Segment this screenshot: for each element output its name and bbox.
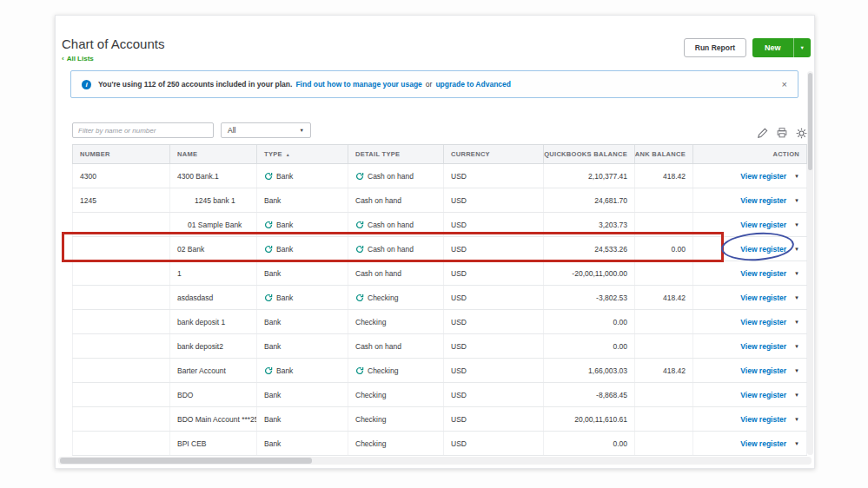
table-row[interactable]: asdasdasdBankCheckingUSD-3,802.53418.42V…	[72, 286, 807, 310]
view-register-link[interactable]: View register	[740, 391, 786, 399]
all-lists-link[interactable]: ‹ All Lists	[62, 55, 94, 63]
plan-usage-banner: i You're using 112 of 250 accounts inclu…	[70, 70, 798, 98]
cell-number	[72, 432, 170, 455]
linked-account-icon	[264, 245, 273, 254]
table-row[interactable]: BDOBankCheckingUSD-8,868.45View register…	[72, 383, 807, 407]
column-header-name[interactable]: NAME	[170, 145, 257, 163]
view-register-link[interactable]: View register	[740, 415, 786, 424]
vertical-scrollbar[interactable]	[807, 71, 813, 455]
table-row[interactable]: 01 Sample BankBankCash on handUSD3,203.7…	[72, 213, 807, 237]
column-header-quickbooks-balance[interactable]: QUICKBOOKS BALANCE	[544, 145, 635, 163]
cell-detail-type: Cash on hand	[348, 188, 444, 212]
column-header-type[interactable]: TYPE ▲	[257, 145, 348, 163]
chevron-down-icon[interactable]: ▼	[794, 174, 799, 179]
view-register-link[interactable]: View register	[740, 196, 786, 205]
view-register-link[interactable]: View register	[740, 342, 786, 351]
cell-number	[72, 237, 170, 260]
view-register-link[interactable]: View register	[740, 366, 786, 375]
table-row[interactable]: 43004300 Bank.1BankCash on handUSD2,10,3…	[72, 164, 807, 188]
column-header-currency[interactable]: CURRENCY	[444, 145, 544, 163]
table-row[interactable]: BPI CEBBankCheckingUSD0.00View register▼	[72, 432, 807, 456]
cell-type: Bank	[257, 188, 348, 212]
cell-type: Bank	[257, 213, 348, 236]
cell-detail-type: Cash on hand	[348, 261, 444, 285]
new-button[interactable]: New ▼	[752, 38, 811, 57]
chevron-down-icon[interactable]: ▼	[794, 441, 799, 446]
cell-action: View register▼	[693, 432, 807, 455]
table-row[interactable]: 12451245 bank 1BankCash on handUSD24,681…	[72, 188, 807, 213]
cell-action: View register▼	[693, 261, 807, 285]
table-row[interactable]: bank deposit2BankCash on handUSD0.00View…	[72, 334, 807, 359]
chevron-down-icon[interactable]: ▼	[794, 198, 799, 203]
table-row[interactable]: 02 BankBankCash on handUSD24,533.260.00V…	[72, 237, 807, 261]
chevron-down-icon: ▼	[300, 128, 304, 133]
view-register-link[interactable]: View register	[740, 172, 786, 181]
chevron-down-icon[interactable]: ▼	[794, 320, 799, 325]
table-row[interactable]: BDO Main Account ***2536BankCheckingUSD2…	[72, 407, 807, 432]
chevron-down-icon[interactable]: ▼	[794, 247, 799, 252]
type-filter-dropdown[interactable]: All ▼	[221, 122, 311, 138]
cell-currency: USD	[444, 407, 544, 431]
horizontal-scrollbar[interactable]	[58, 457, 812, 465]
cell-bank-balance: 418.42	[635, 164, 693, 188]
view-register-link[interactable]: View register	[740, 293, 786, 302]
close-icon[interactable]: ×	[782, 80, 787, 89]
view-register-link[interactable]: View register	[740, 269, 786, 278]
cell-name: bank deposit2	[170, 334, 257, 358]
cell-bank-balance	[635, 213, 693, 236]
cell-name: bank deposit 1	[170, 310, 257, 333]
cell-quickbooks-balance: 2,10,377.41	[544, 164, 635, 188]
table-row[interactable]: bank deposit 1BankCheckingUSD0.00View re…	[72, 310, 807, 334]
vertical-scrollbar-thumb[interactable]	[808, 73, 812, 170]
cell-quickbooks-balance: 20,00,11,610.61	[544, 407, 635, 431]
linked-account-icon	[264, 366, 273, 375]
cell-detail-type: Cash on hand	[348, 334, 444, 358]
chevron-down-icon[interactable]: ▼	[794, 295, 799, 300]
cell-action: View register▼	[693, 164, 807, 188]
chevron-down-icon[interactable]: ▼	[793, 38, 811, 57]
horizontal-scrollbar-thumb[interactable]	[60, 458, 312, 464]
gear-icon[interactable]	[796, 128, 807, 139]
cell-name: Barter Account	[170, 359, 257, 382]
cell-name: BDO	[170, 383, 257, 406]
chevron-down-icon[interactable]: ▼	[794, 417, 799, 422]
cell-detail-type: Checking	[348, 310, 444, 333]
cell-action: View register▼	[693, 310, 807, 333]
sort-ascending-icon: ▲	[286, 152, 290, 157]
cell-action: View register▼	[693, 213, 807, 236]
view-register-link[interactable]: View register	[740, 318, 786, 326]
chevron-down-icon[interactable]: ▼	[794, 222, 799, 228]
view-register-link[interactable]: View register	[740, 221, 786, 229]
column-header-detail-type[interactable]: DETAIL TYPE	[348, 145, 444, 163]
chevron-down-icon[interactable]: ▼	[794, 271, 799, 276]
chevron-down-icon[interactable]: ▼	[794, 392, 799, 398]
linked-account-icon	[264, 221, 273, 229]
cell-action: View register▼	[693, 359, 807, 382]
table-row[interactable]: Barter AccountBankCheckingUSD1,66,003.03…	[72, 359, 807, 383]
upgrade-advanced-link[interactable]: upgrade to Advanced	[435, 80, 511, 89]
view-register-link[interactable]: View register	[740, 439, 786, 448]
cell-bank-balance	[635, 383, 693, 406]
run-report-button[interactable]: Run Report	[684, 38, 746, 57]
cell-quickbooks-balance: 0.00	[544, 432, 635, 455]
chevron-down-icon[interactable]: ▼	[794, 368, 799, 373]
cell-bank-balance: 0.00	[635, 237, 693, 260]
cell-currency: USD	[444, 432, 544, 455]
edit-pencil-icon[interactable]	[758, 128, 768, 138]
cell-quickbooks-balance: 1,66,003.03	[544, 359, 635, 382]
table-row[interactable]: 1BankCash on handUSD-20,00,11,000.00View…	[72, 261, 807, 286]
filter-name-input[interactable]	[72, 122, 214, 138]
column-header-bank-balance[interactable]: BANK BALANCE	[635, 145, 693, 163]
manage-usage-link[interactable]: Find out how to manage your usage	[295, 80, 421, 89]
cell-type: Bank	[257, 334, 348, 358]
column-header-number[interactable]: NUMBER	[72, 145, 170, 163]
cell-detail-type: Cash on hand	[348, 213, 444, 236]
page-title: Chart of Accounts	[62, 36, 164, 51]
chevron-down-icon[interactable]: ▼	[794, 344, 799, 349]
new-button-label: New	[752, 38, 793, 57]
cell-currency: USD	[444, 310, 544, 333]
print-icon[interactable]	[777, 128, 787, 138]
cell-name: 02 Bank	[170, 237, 257, 260]
view-register-link[interactable]: View register	[740, 245, 786, 254]
cell-detail-type: Checking	[348, 383, 444, 406]
